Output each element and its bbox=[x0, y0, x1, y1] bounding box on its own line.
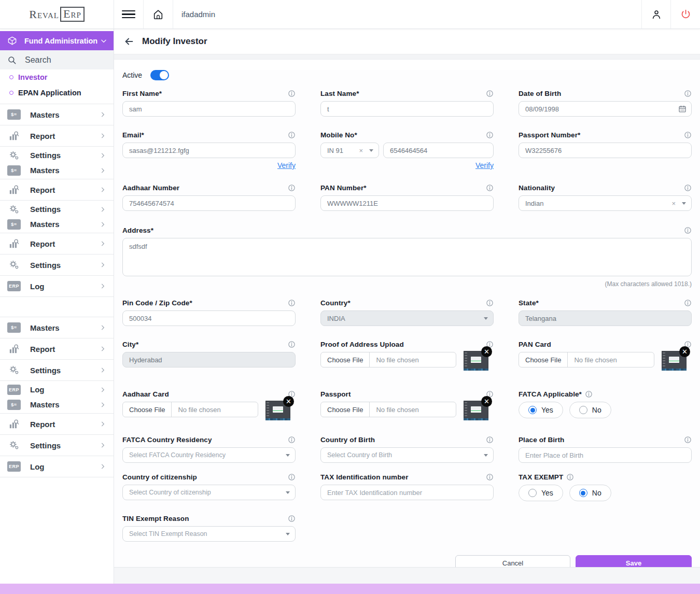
sidebar-item-log[interactable]: ERP Log bbox=[7, 382, 106, 397]
dob-input[interactable] bbox=[519, 101, 692, 117]
pan-number-input[interactable] bbox=[320, 195, 494, 211]
calendar-icon[interactable] bbox=[678, 105, 687, 113]
info-icon[interactable] bbox=[684, 299, 692, 307]
mobile-verify-link[interactable]: Verify bbox=[475, 161, 494, 171]
sidebar-item-settings[interactable]: Settings bbox=[0, 360, 114, 381]
info-icon[interactable] bbox=[288, 184, 296, 192]
module-selector[interactable]: Fund Administration bbox=[0, 31, 114, 50]
info-icon[interactable] bbox=[288, 473, 296, 481]
info-icon[interactable] bbox=[684, 131, 692, 139]
remove-file-icon[interactable]: ✕ bbox=[481, 396, 492, 407]
sidebar-item-report[interactable]: Report bbox=[0, 414, 114, 435]
country-code-select[interactable]: IN 91 × bbox=[320, 143, 379, 158]
pan-card-thumbnail[interactable]: ✕ bbox=[662, 351, 687, 371]
info-icon[interactable] bbox=[585, 390, 593, 398]
email-input[interactable] bbox=[122, 143, 296, 158]
profile-button[interactable] bbox=[641, 0, 670, 29]
sidebar-item-settings-masters[interactable]: Settings $= Masters bbox=[0, 201, 114, 233]
sidebar-item-settings[interactable]: Settings bbox=[0, 254, 114, 276]
info-icon[interactable] bbox=[566, 473, 574, 481]
place-of-birth-field: Place of Birth bbox=[519, 435, 692, 463]
info-icon[interactable] bbox=[486, 299, 494, 307]
email-verify-link[interactable]: Verify bbox=[277, 161, 296, 171]
info-icon[interactable] bbox=[486, 184, 494, 192]
info-icon[interactable] bbox=[684, 227, 692, 234]
passport-number-input[interactable] bbox=[519, 143, 692, 158]
chevron-right-icon bbox=[99, 261, 106, 268]
info-icon[interactable] bbox=[684, 184, 692, 192]
aadhaar-card-file-input[interactable]: Choose File No file chosen bbox=[122, 402, 258, 417]
passport-thumbnail[interactable]: ✕ bbox=[464, 401, 488, 420]
place-of-birth-input[interactable] bbox=[519, 447, 692, 463]
choose-file-button[interactable]: Choose File bbox=[321, 352, 370, 367]
radio-selected-icon bbox=[579, 489, 587, 497]
fatca-residency-select[interactable]: Select FATCA Country Residency bbox=[122, 447, 296, 463]
sidebar-item-settings[interactable]: Settings bbox=[7, 148, 106, 163]
sidebar-item-investor[interactable]: Investor bbox=[0, 69, 114, 85]
pincode-input[interactable] bbox=[122, 310, 296, 326]
sidebar-item-masters[interactable]: $= Masters bbox=[7, 397, 106, 412]
pan-card-file-input[interactable]: Choose File No file chosen bbox=[519, 352, 654, 367]
info-icon[interactable] bbox=[288, 131, 296, 139]
proof-of-address-file-input[interactable]: Choose File No file chosen bbox=[320, 352, 456, 367]
remove-file-icon[interactable]: ✕ bbox=[481, 346, 492, 357]
info-icon[interactable] bbox=[486, 473, 494, 481]
clear-icon[interactable]: × bbox=[671, 200, 676, 207]
info-icon[interactable] bbox=[288, 515, 296, 522]
info-icon[interactable] bbox=[486, 90, 494, 97]
citizenship-select[interactable]: Select Country of citizenship bbox=[122, 485, 296, 500]
address-textarea[interactable]: sdfsdf bbox=[122, 238, 692, 276]
aadhaar-number-input[interactable] bbox=[122, 195, 296, 211]
info-icon[interactable] bbox=[288, 341, 296, 348]
passport-file-input[interactable]: Choose File No file chosen bbox=[320, 402, 456, 417]
home-button[interactable] bbox=[144, 0, 173, 29]
last-name-input[interactable] bbox=[320, 101, 494, 117]
sidebar-item-log-masters[interactable]: ERP Log $= Masters bbox=[0, 381, 114, 414]
sidebar-item-report[interactable]: Report bbox=[0, 338, 114, 360]
sidebar-item-epan-application[interactable]: EPAN Application bbox=[0, 85, 114, 101]
info-icon[interactable] bbox=[486, 436, 494, 444]
sidebar-item-report[interactable]: Report bbox=[0, 125, 114, 147]
proof-of-address-thumbnail[interactable]: ✕ bbox=[464, 351, 488, 371]
sidebar-item-settings-masters[interactable]: Settings $= Masters bbox=[0, 147, 114, 179]
clear-icon[interactable]: × bbox=[359, 147, 363, 154]
nationality-select[interactable]: Indian × bbox=[519, 195, 692, 211]
sidebar-item-log[interactable]: ERP Log bbox=[0, 276, 114, 297]
module-name: Fund Administration bbox=[24, 37, 100, 45]
menu-toggle-button[interactable] bbox=[114, 0, 144, 29]
tax-exempt-yes-radio[interactable]: Yes bbox=[519, 485, 563, 501]
info-icon[interactable] bbox=[288, 90, 296, 97]
tin-input[interactable] bbox=[320, 485, 494, 500]
sidebar-item-settings[interactable]: Settings bbox=[0, 435, 114, 456]
back-arrow-icon[interactable] bbox=[123, 36, 135, 47]
sidebar-item-masters[interactable]: $= Masters bbox=[0, 104, 114, 125]
aadhaar-card-thumbnail[interactable]: ✕ bbox=[265, 401, 290, 420]
choose-file-button[interactable]: Choose File bbox=[519, 352, 568, 367]
info-icon[interactable] bbox=[684, 436, 692, 444]
sidebar-item-masters[interactable]: $= Masters bbox=[7, 163, 106, 178]
tin-exempt-reason-select[interactable]: Select TIN Exempt Reason bbox=[122, 526, 296, 542]
sidebar-item-masters[interactable]: $= Masters bbox=[7, 217, 106, 232]
fatca-yes-radio[interactable]: Yes bbox=[519, 402, 563, 418]
sidebar-item-log[interactable]: ERP Log bbox=[0, 456, 114, 477]
sidebar-search[interactable]: Search bbox=[0, 50, 114, 69]
remove-file-icon[interactable]: ✕ bbox=[283, 396, 294, 407]
country-of-birth-select[interactable]: Select Country of Birth bbox=[320, 447, 494, 463]
info-icon[interactable] bbox=[486, 131, 494, 139]
mobile-input[interactable] bbox=[383, 143, 494, 158]
info-icon[interactable] bbox=[288, 299, 296, 307]
sidebar-item-report[interactable]: Report bbox=[0, 233, 114, 254]
info-icon[interactable] bbox=[684, 90, 692, 97]
first-name-input[interactable] bbox=[122, 101, 296, 117]
sidebar-item-settings[interactable]: Settings bbox=[7, 202, 106, 217]
sidebar-item-masters[interactable]: $= Masters bbox=[0, 317, 114, 338]
fatca-no-radio[interactable]: No bbox=[569, 402, 611, 418]
tax-exempt-no-radio[interactable]: No bbox=[569, 485, 611, 501]
sidebar-item-report[interactable]: Report bbox=[0, 179, 114, 201]
active-toggle[interactable] bbox=[150, 70, 169, 80]
info-icon[interactable] bbox=[288, 436, 296, 444]
choose-file-button[interactable]: Choose File bbox=[321, 402, 370, 417]
choose-file-button[interactable]: Choose File bbox=[123, 402, 172, 417]
remove-file-icon[interactable]: ✕ bbox=[679, 346, 690, 357]
logout-button[interactable] bbox=[670, 0, 700, 29]
